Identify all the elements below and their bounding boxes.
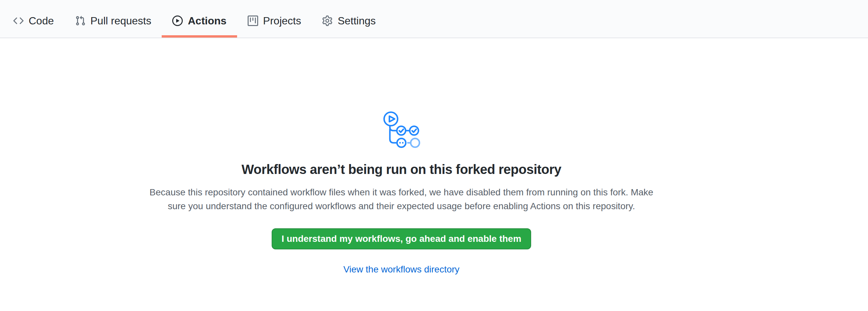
git-pull-request-icon [75,15,86,26]
blankslate-heading: Workflows aren’t being run on this forke… [241,160,561,178]
tab-code[interactable]: Code [3,0,65,37]
tab-settings[interactable]: Settings [311,0,386,37]
description-line: Because this repository contained workfl… [150,185,653,199]
description-line: sure you understand the configured workf… [150,199,653,213]
actions-disabled-blankslate: Workflows aren’t being run on this forke… [0,38,803,275]
tab-label: Projects [263,15,301,26]
tab-label: Pull requests [91,15,152,26]
tab-label: Actions [188,15,226,26]
gear-icon [322,15,333,26]
tab-label: Code [29,15,54,26]
blankslate-description: Because this repository contained workfl… [150,185,653,213]
view-workflows-directory-link[interactable]: View the workflows directory [343,264,460,275]
enable-workflows-button[interactable]: I understand my workflows, go ahead and … [272,228,531,249]
tab-label: Settings [338,15,376,26]
play-icon [172,15,183,26]
repo-actions-page: Code Pull requests Actions Projects Sett [0,0,868,311]
tab-projects[interactable]: Projects [237,0,312,37]
workflow-graph-icon [382,110,421,149]
tab-pull-requests[interactable]: Pull requests [65,0,162,37]
tab-actions[interactable]: Actions [162,0,237,37]
repo-tab-bar: Code Pull requests Actions Projects Sett [0,0,868,38]
project-icon [248,15,258,26]
code-icon [13,15,24,26]
